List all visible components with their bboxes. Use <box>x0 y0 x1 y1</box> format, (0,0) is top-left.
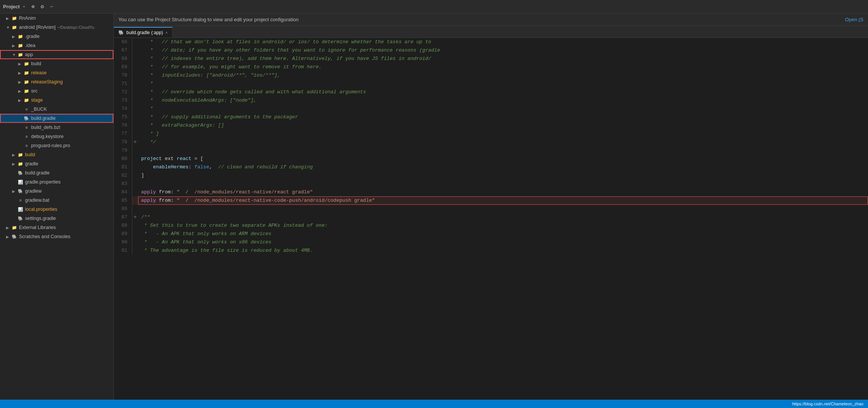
code-line-71: 71 * <box>114 80 868 88</box>
code-editor[interactable]: 66 * // that we don't look at files in a… <box>114 38 868 400</box>
fold-83 <box>132 180 138 188</box>
fold-78[interactable]: ⊖ <box>132 138 138 146</box>
properties-icon-gradle: 📊 <box>17 180 24 185</box>
sidebar-item-build-gradle-root[interactable]: 🐘 build.gradle <box>0 168 113 177</box>
fold-67 <box>132 46 138 55</box>
fold-88 <box>132 221 138 230</box>
properties-icon-local: 📊 <box>17 207 24 212</box>
sidebar-item-gradle-root[interactable]: 📁 gradle <box>0 159 113 168</box>
project-panel-title: Project <box>3 4 20 9</box>
line-num-86: 86 <box>114 205 132 213</box>
code-line-77: 77 * ] <box>114 130 868 138</box>
sidebar-item-build-defs[interactable]: ≡ build_defs.bzl <box>0 123 113 132</box>
label-build-gradle-root: build.gradle <box>25 170 50 176</box>
tab-build-gradle[interactable]: 🐘 build.gradle (:app) × <box>114 27 173 38</box>
sidebar-item-proguard[interactable]: ≡ proguard-rules.pro <box>0 141 113 150</box>
code-content-79 <box>138 146 868 155</box>
folder-icon-gradle-root: 📁 <box>17 162 24 166</box>
code-content-73: * nodeExecutableAndArgs: ["node"], <box>138 96 868 105</box>
fold-89 <box>132 230 138 238</box>
label-proguard: proguard-rules.pro <box>31 143 70 148</box>
label-external-libs: External Libraries <box>19 225 56 230</box>
sidebar-item-settings-gradle[interactable]: 🐘 settings.gradle <box>0 214 113 223</box>
info-bar: You can use the Project Structure dialog… <box>114 14 868 26</box>
settings-icon[interactable]: ⚙ <box>41 3 44 10</box>
info-bar-link[interactable]: Open (S <box>845 17 863 22</box>
sidebar-item-idea-dir[interactable]: 📁 .idea <box>0 41 113 50</box>
sidebar-item-stage-dir[interactable]: 📁 stage <box>0 96 113 105</box>
sidebar-item-gradle-dir[interactable]: 📁 .gradle <box>0 32 113 41</box>
sidebar-item-build-gradle-app[interactable]: 🐘 build.gradle <box>0 114 113 123</box>
code-content-83 <box>138 180 868 188</box>
folder-icon-build-root: 📁 <box>17 152 24 157</box>
fold-85 <box>132 196 138 205</box>
sidebar-item-release-dir[interactable]: 📁 release <box>0 68 113 77</box>
sidebar: 📁 RnAnim 📁 android [RnAnim] ~/Desktop/-C… <box>0 14 114 400</box>
line-num-83: 83 <box>114 180 132 188</box>
sidebar-item-local-properties[interactable]: 📊 local.properties <box>0 205 113 214</box>
folder-icon-idea-dir: 📁 <box>17 43 24 48</box>
sidebar-item-gradle-properties[interactable]: 📊 gradle.properties <box>0 177 113 187</box>
tab-label: build.gradle (:app) <box>126 30 163 35</box>
label-app: app <box>25 52 33 57</box>
line-num-70: 70 <box>114 71 132 80</box>
sidebar-item-app[interactable]: 📁 app <box>0 50 113 59</box>
tab-gradle-icon: 🐘 <box>118 30 124 35</box>
fold-87[interactable]: ⊖ <box>132 213 138 221</box>
fold-69 <box>132 63 138 71</box>
gradle-icon-gradlew: 🐘 <box>17 189 24 194</box>
sidebar-item-gradlew[interactable]: 🐘 gradlew <box>0 187 113 196</box>
arrow-release-dir <box>18 71 24 75</box>
label-build-gradle-app: build.gradle <box>31 116 56 121</box>
arrow-android <box>6 25 11 30</box>
folder-icon-scratches: 🐘 <box>11 234 17 239</box>
line-num-90: 90 <box>114 238 132 246</box>
arrow-src-dir <box>18 89 24 93</box>
code-content-91: * The advantage is the file size is redu… <box>138 246 868 255</box>
code-content-72: * // override which node gets called and… <box>138 88 868 96</box>
label-build-defs: build_defs.bzl <box>31 125 60 130</box>
folder-icon-stage-dir: 📁 <box>24 98 30 103</box>
code-line-68: 68 * // indexes the entire tree), add th… <box>114 55 868 63</box>
sidebar-item-debug-keystore[interactable]: ≡ debug.keystore <box>0 132 113 141</box>
sidebar-item-gradlew-bat[interactable]: ≡ gradlew.bat <box>0 196 113 205</box>
sidebar-item-scratches[interactable]: 🐘 Scratches and Consoles <box>0 232 113 241</box>
arrow-gradle-dir <box>12 35 17 39</box>
fold-84 <box>132 188 138 196</box>
line-num-84: 84 <box>114 188 132 196</box>
code-content-75: * // supply additional arguments to the … <box>138 113 868 121</box>
fold-80 <box>132 155 138 163</box>
sidebar-item-src-dir[interactable]: 📁 src <box>0 86 113 96</box>
sidebar-item-build-root[interactable]: 📁 build <box>0 150 113 159</box>
fold-76 <box>132 121 138 130</box>
code-line-89: 89 * - An APK that only works on ARM dev… <box>114 230 868 238</box>
code-table: 66 * // that we don't look at files in a… <box>114 38 868 255</box>
arrow-stage-dir <box>18 98 24 102</box>
line-num-75: 75 <box>114 113 132 121</box>
status-url: https://blog.csdn.net/Chameleon_zhao <box>792 402 863 406</box>
label-release-dir: release <box>31 70 47 75</box>
folder-icon-src-dir: 📁 <box>24 89 30 94</box>
line-num-71: 71 <box>114 80 132 88</box>
code-content-87: /** <box>138 213 868 221</box>
file-icon-gradlew-bat: ≡ <box>17 198 24 202</box>
sidebar-item-build-dir[interactable]: 📁 build <box>0 59 113 68</box>
fold-90 <box>132 238 138 246</box>
code-content-67: * // date; if you have any other folders… <box>138 46 868 55</box>
label-build-dir: build <box>31 61 41 66</box>
folder-icon-rnanim: 📁 <box>11 16 17 21</box>
sidebar-item-external-libs[interactable]: 📁 External Libraries <box>0 223 113 232</box>
minimize-icon[interactable]: − <box>50 4 53 10</box>
sidebar-item-buck[interactable]: ≡ _BUCK <box>0 105 113 114</box>
fold-86 <box>132 205 138 213</box>
sidebar-item-android[interactable]: 📁 android [RnAnim] ~/Desktop/-CloudYu <box>0 23 113 32</box>
sidebar-item-rnanim[interactable]: 📁 RnAnim <box>0 14 113 23</box>
add-icon[interactable]: ⊕ <box>31 3 35 10</box>
line-num-82: 82 <box>114 171 132 180</box>
sidebar-item-releasestaging-dir[interactable]: 📁 releaseStaging <box>0 77 113 86</box>
code-line-80: 80 project ext react = [ <box>114 155 868 163</box>
code-line-82: 82 ] <box>114 171 868 180</box>
dropdown-arrow[interactable]: ▾ <box>23 4 25 9</box>
tab-close-button[interactable]: × <box>165 30 168 35</box>
fold-71 <box>132 80 138 88</box>
